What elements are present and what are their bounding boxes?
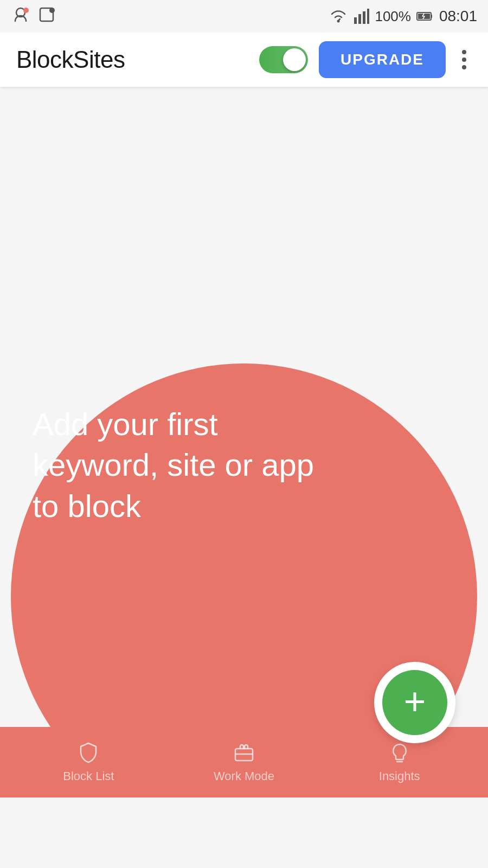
app-title: BlockSites [16,46,125,73]
nav-item-work-mode[interactable]: Work Mode [166,741,322,783]
status-bar: 100% 08:01 [0,0,488,33]
more-options-button[interactable] [457,44,472,75]
nav-label-insights: Insights [379,769,420,783]
svg-point-1 [23,8,29,13]
header-right: UPGRADE [259,41,472,78]
nav-label-block-list: Block List [63,769,114,783]
dot-2 [462,58,466,62]
svg-rect-5 [354,17,357,24]
nav-item-insights[interactable]: Insights [322,741,477,783]
status-bar-left [11,5,56,28]
shield-icon [76,741,100,765]
wifi-icon [328,9,349,24]
toggle-container[interactable] [259,46,308,73]
dot-1 [462,50,466,54]
signal-icon [354,9,369,24]
add-fab-button[interactable]: + [374,662,455,743]
toggle-knob [283,48,306,71]
toggle-switch[interactable] [259,46,308,73]
upgrade-button[interactable]: UPGRADE [319,41,446,78]
fab-inner: + [382,670,447,735]
plus-icon: + [404,682,426,720]
notification-icon-2 [37,5,56,28]
dot-3 [462,65,466,69]
main-content: Add your first keyword, site or app to b… [0,87,488,797]
lightbulb-icon [388,741,412,765]
status-bar-right: 100% 08:01 [328,8,477,25]
battery-icon [416,11,434,22]
svg-rect-7 [363,11,365,24]
time-display: 08:01 [439,8,477,25]
nav-label-work-mode: Work Mode [214,769,274,783]
empty-state-container: Add your first keyword, site or app to b… [0,404,488,526]
empty-state-text: Add your first keyword, site or app to b… [33,404,347,526]
svg-point-3 [49,8,55,13]
notification-icon-1 [11,5,30,28]
nav-item-block-list[interactable]: Block List [11,741,166,783]
svg-point-4 [337,20,340,23]
briefcase-icon [232,741,256,765]
battery-percentage: 100% [375,8,411,25]
svg-rect-6 [358,14,361,24]
app-header: BlockSites UPGRADE [0,33,488,87]
svg-rect-8 [367,9,369,24]
